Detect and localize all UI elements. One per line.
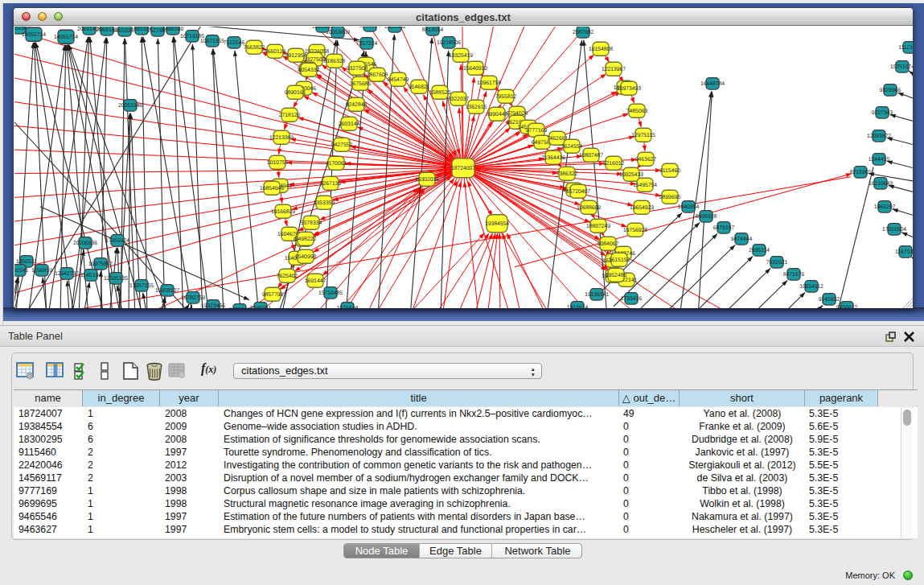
svg-text:8186328: 8186328	[324, 59, 346, 64]
svg-text:9474444: 9474444	[731, 237, 753, 242]
svg-text:9329966: 9329966	[880, 88, 901, 93]
svg-text:13325419: 13325419	[449, 53, 473, 59]
svg-text:1571648: 1571648	[337, 306, 359, 308]
svg-text:14055714: 14055714	[22, 32, 46, 38]
svg-text:19756928: 19756928	[623, 228, 647, 233]
svg-text:19166829: 19166829	[271, 209, 295, 215]
svg-text:15751074: 15751074	[890, 64, 913, 70]
svg-text:9245652: 9245652	[819, 297, 840, 303]
svg-text:19323466: 19323466	[201, 303, 225, 308]
svg-text:7955812: 7955812	[495, 94, 517, 100]
svg-text:8427552: 8427552	[331, 142, 353, 148]
svg-text:18724007: 18724007	[451, 166, 475, 171]
svg-text:19384554: 19384554	[485, 221, 509, 227]
svg-text:17957255: 17957255	[129, 283, 154, 289]
svg-text:8990448: 8990448	[487, 112, 508, 117]
svg-text:7625402: 7625402	[277, 274, 298, 279]
svg-text:19302035: 19302035	[415, 177, 439, 183]
svg-text:1603380: 1603380	[384, 27, 406, 30]
svg-text:6466160: 6466160	[162, 27, 184, 32]
svg-text:9450612: 9450612	[229, 307, 251, 308]
svg-text:9146821: 9146821	[409, 84, 430, 90]
svg-text:3267130: 3267130	[320, 181, 342, 187]
svg-text:2867608: 2867608	[367, 72, 388, 78]
svg-text:1054332: 1054332	[298, 68, 320, 73]
svg-text:1362615: 1362615	[466, 105, 487, 110]
svg-text:17359924: 17359924	[105, 238, 129, 244]
svg-text:1353359: 1353359	[314, 200, 335, 206]
svg-text:15640910: 15640910	[463, 66, 487, 72]
svg-text:10053809: 10053809	[326, 30, 350, 35]
svg-text:10961758: 10961758	[477, 80, 501, 86]
svg-text:10671355: 10671355	[200, 39, 224, 44]
svg-text:1952486: 1952486	[606, 273, 627, 278]
svg-text:4170061: 4170061	[326, 161, 347, 167]
svg-text:12505135: 12505135	[104, 276, 128, 282]
svg-text:1540993: 1540993	[295, 254, 317, 260]
svg-text:9227343: 9227343	[872, 110, 893, 116]
svg-text:8938928: 8938928	[696, 214, 717, 220]
svg-text:7386322: 7386322	[556, 171, 578, 177]
svg-text:10654112: 10654112	[799, 284, 823, 290]
svg-text:20053346: 20053346	[118, 103, 142, 109]
svg-text:16782759: 16782759	[181, 295, 205, 301]
svg-text:9242848: 9242848	[346, 102, 368, 108]
svg-text:16648784: 16648784	[700, 81, 725, 87]
svg-text:0899695: 0899695	[659, 195, 681, 200]
svg-text:12942737: 12942737	[55, 271, 79, 277]
svg-text:19218506: 19218506	[437, 40, 461, 46]
svg-text:19958107: 19958107	[155, 288, 179, 294]
svg-text:6216012: 6216012	[603, 161, 625, 167]
svg-text:9463627: 9463627	[635, 157, 657, 163]
svg-text:1733426: 1733426	[621, 296, 643, 302]
svg-text:8912954: 8912954	[285, 53, 307, 59]
svg-text:16154808: 16154808	[589, 47, 613, 52]
svg-text:2087682: 2087682	[573, 30, 594, 35]
svg-text:19654923: 19654923	[630, 205, 654, 211]
svg-text:9115460: 9115460	[659, 168, 680, 174]
svg-text:1244415: 1244415	[869, 157, 890, 163]
svg-text:7515546: 7515546	[224, 40, 245, 46]
svg-text:16854946: 16854946	[260, 186, 284, 192]
svg-text:12093872: 12093872	[867, 134, 891, 139]
svg-text:1913614: 1913614	[567, 305, 589, 308]
svg-text:2718126: 2718126	[279, 113, 301, 118]
svg-text:14055714: 14055714	[54, 35, 78, 40]
svg-text:1440954: 1440954	[678, 204, 700, 210]
svg-text:9084067: 9084067	[598, 241, 619, 247]
svg-text:8813054: 8813054	[359, 27, 381, 29]
svg-text:15720407: 15720407	[566, 189, 590, 195]
svg-text:12213967: 12213967	[602, 67, 626, 72]
svg-text:9450612: 9450612	[836, 305, 858, 308]
svg-text:9777169: 9777169	[526, 128, 548, 134]
svg-text:15716485: 15716485	[318, 290, 343, 296]
svg-text:20206536: 20206536	[73, 241, 97, 246]
svg-text:21364436: 21364436	[541, 155, 565, 161]
svg-text:15495754: 15495754	[633, 183, 657, 188]
svg-text:5498222: 5498222	[295, 237, 317, 242]
svg-text:1005380: 1005380	[312, 27, 334, 30]
svg-text:1010755: 1010755	[267, 160, 289, 166]
svg-text:10688609: 10688609	[577, 205, 601, 211]
svg-text:1167533: 1167533	[895, 249, 913, 255]
svg-text:1156819: 1156819	[31, 268, 52, 274]
svg-text:7357224: 7357224	[356, 41, 378, 47]
svg-text:9857791: 9857791	[262, 292, 284, 298]
svg-text:10973493: 10973493	[617, 86, 641, 92]
svg-text:8471676: 8471676	[783, 272, 805, 278]
svg-text:18807249: 18807249	[586, 224, 610, 229]
svg-text:11121111: 11121111	[898, 45, 913, 51]
svg-text:1691447: 1691447	[305, 278, 326, 284]
svg-text:391541: 391541	[14, 268, 29, 274]
svg-text:2603144: 2603144	[339, 122, 360, 127]
svg-text:8813054: 8813054	[422, 27, 444, 33]
svg-text:9890161: 9890161	[285, 90, 306, 96]
svg-text:7485063: 7485063	[626, 109, 648, 114]
svg-text:8245061: 8245061	[250, 306, 272, 308]
svg-text:8322037: 8322037	[448, 97, 470, 102]
svg-text:1145194: 1145194	[80, 273, 101, 278]
svg-text:3624554: 3624554	[561, 144, 583, 150]
svg-text:8454749: 8454749	[388, 77, 409, 83]
svg-text:8215955: 8215955	[850, 170, 872, 175]
svg-text:1588520: 1588520	[429, 90, 451, 96]
